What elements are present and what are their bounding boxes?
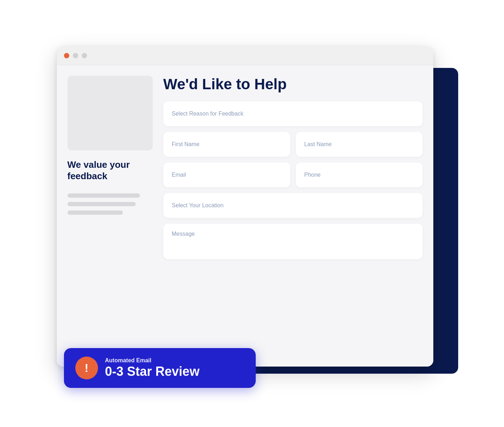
- browser-content: We value your feedback We'd Like to Help…: [57, 65, 433, 367]
- location-field[interactable]: Select Your Location: [163, 193, 423, 218]
- outer-wrapper: We value your feedback We'd Like to Help…: [57, 47, 448, 395]
- email-placeholder: Email: [172, 172, 186, 178]
- browser-titlebar: [57, 47, 433, 65]
- sidebar-line-2: [67, 202, 136, 206]
- close-dot[interactable]: [64, 53, 69, 58]
- notification-label: Automated Email: [105, 357, 200, 364]
- reason-field[interactable]: Select Reason for Feedback: [163, 101, 423, 126]
- message-field[interactable]: Message: [163, 224, 423, 259]
- first-name-field[interactable]: First Name: [163, 132, 290, 157]
- reason-placeholder: Select Reason for Feedback: [172, 111, 244, 117]
- contact-row: Email Phone: [163, 162, 423, 187]
- name-row: First Name Last Name: [163, 132, 423, 157]
- browser-window: We value your feedback We'd Like to Help…: [57, 47, 433, 367]
- notification-icon: !: [75, 357, 98, 379]
- location-placeholder: Select Your Location: [172, 202, 224, 209]
- phone-field[interactable]: Phone: [296, 162, 423, 187]
- exclamation-icon: !: [85, 362, 88, 374]
- sidebar-lines: [67, 193, 153, 215]
- last-name-field[interactable]: Last Name: [296, 132, 423, 157]
- notification-card: ! Automated Email 0-3 Star Review: [64, 348, 256, 388]
- notification-text: Automated Email 0-3 Star Review: [105, 357, 200, 379]
- form-fields: Select Reason for Feedback First Name La…: [163, 101, 423, 259]
- message-placeholder: Message: [172, 231, 195, 237]
- minimize-dot[interactable]: [73, 53, 78, 58]
- sidebar: We value your feedback: [67, 76, 153, 356]
- form-title: We'd Like to Help: [163, 76, 423, 93]
- sidebar-image: [67, 76, 153, 150]
- sidebar-line-3: [67, 210, 123, 215]
- maximize-dot[interactable]: [82, 53, 87, 58]
- email-field[interactable]: Email: [163, 162, 290, 187]
- last-name-placeholder: Last Name: [304, 141, 332, 148]
- phone-placeholder: Phone: [304, 172, 321, 178]
- notification-title: 0-3 Star Review: [105, 364, 200, 379]
- sidebar-heading: We value your feedback: [67, 159, 153, 182]
- form-area: We'd Like to Help Select Reason for Feed…: [163, 76, 423, 356]
- sidebar-line-1: [67, 193, 140, 198]
- first-name-placeholder: First Name: [172, 141, 200, 148]
